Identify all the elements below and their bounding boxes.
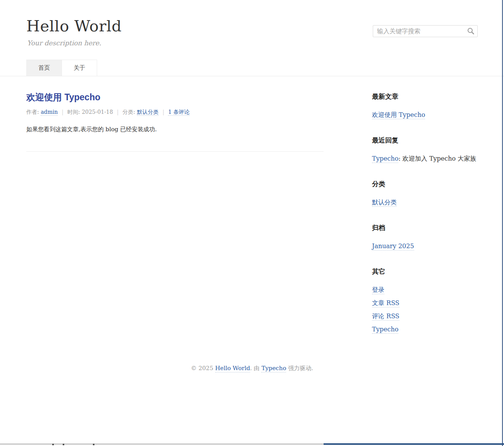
post-comments-link[interactable]: 1 条评论 bbox=[168, 109, 189, 116]
post-author-label: 作者: bbox=[26, 109, 41, 115]
widget-recent-comments: 最近回复 Typecho: 欢迎加入 Typecho 大家族 bbox=[372, 136, 478, 163]
list-item: January 2025 bbox=[372, 242, 478, 250]
post-title-link[interactable]: 欢迎使用 Typecho bbox=[26, 92, 100, 102]
typecho-link[interactable]: Typecho bbox=[372, 326, 398, 334]
widget-title: 最新文章 bbox=[372, 92, 478, 101]
site-header: Hello World Your description here. 首页 关于 bbox=[0, 0, 504, 76]
copyright-mid: . 由 bbox=[250, 365, 261, 372]
recent-comment-excerpt: : 欢迎加入 Typecho 大家族 bbox=[398, 155, 476, 162]
list-item: 默认分类 bbox=[372, 199, 478, 206]
post-category-link[interactable]: 默认分类 bbox=[137, 109, 159, 116]
list-item: Typecho: 欢迎加入 Typecho 大家族 bbox=[372, 155, 478, 163]
sidebar: 最新文章 欢迎使用 Typecho 最近回复 Typecho: 欢迎加入 Typ… bbox=[372, 76, 478, 350]
post-title: 欢迎使用 Typecho bbox=[26, 92, 324, 103]
nav-item-home[interactable]: 首页 bbox=[26, 60, 62, 76]
widget-title: 归档 bbox=[372, 223, 478, 232]
category-link[interactable]: 默认分类 bbox=[372, 199, 397, 207]
widget-recent-posts: 最新文章 欢迎使用 Typecho bbox=[372, 92, 478, 119]
site-title[interactable]: Hello World bbox=[26, 17, 122, 34]
list-item: Typecho bbox=[372, 326, 478, 333]
copyright: © 2025 Hello World. 由 Typecho 强力驱动. bbox=[0, 364, 504, 372]
site-footer: © 2025 Hello World. 由 Typecho 强力驱动. bbox=[0, 364, 504, 372]
meta-separator: | bbox=[163, 109, 165, 115]
search-form bbox=[373, 25, 478, 37]
copyright-suffix: 强力驱动. bbox=[286, 365, 313, 372]
widget-title: 其它 bbox=[372, 267, 478, 276]
window-edge bbox=[502, 0, 503, 446]
widget-title: 分类 bbox=[372, 180, 478, 189]
copyright-prefix: © 2025 bbox=[191, 365, 215, 372]
post-author-link[interactable]: admin bbox=[41, 109, 58, 116]
post-body: 如果您看到这篇文章,表示您的 blog 已经安装成功. bbox=[26, 125, 324, 134]
search-icon[interactable] bbox=[467, 27, 475, 35]
taskbar-top-edge bbox=[0, 444, 324, 444]
taskbar-icon-mark bbox=[52, 444, 54, 445]
site-branding: Hello World Your description here. bbox=[26, 17, 122, 47]
list-item: 欢迎使用 Typecho bbox=[372, 111, 478, 119]
widget-misc: 其它 登录 文章 RSS 评论 RSS Typecho bbox=[372, 267, 478, 333]
post-meta: 作者: admin|时间: 2025-01-18|分类: 默认分类|1 条评论 bbox=[26, 109, 324, 116]
search-input[interactable] bbox=[373, 25, 478, 37]
widget-title: 最近回复 bbox=[372, 136, 478, 145]
site-description: Your description here. bbox=[27, 39, 122, 47]
main-content: 欢迎使用 Typecho 作者: admin|时间: 2025-01-18|分类… bbox=[26, 76, 324, 152]
footer-site-link[interactable]: Hello World bbox=[215, 365, 250, 372]
list-item: 评论 RSS bbox=[372, 312, 478, 320]
taskbar-icon-mark bbox=[93, 444, 94, 445]
post-category-label: 分类: bbox=[123, 109, 137, 115]
site-nav: 首页 关于 bbox=[26, 60, 478, 76]
widget-archives: 归档 January 2025 bbox=[372, 223, 478, 250]
meta-separator: | bbox=[62, 109, 63, 115]
login-link[interactable]: 登录 bbox=[372, 286, 384, 294]
post-divider bbox=[26, 151, 324, 152]
post: 欢迎使用 Typecho 作者: admin|时间: 2025-01-18|分类… bbox=[26, 92, 324, 152]
footer-engine-link[interactable]: Typecho bbox=[261, 365, 286, 372]
nav-item-about[interactable]: 关于 bbox=[62, 60, 97, 76]
meta-separator: | bbox=[117, 109, 119, 115]
archive-link[interactable]: January 2025 bbox=[372, 242, 414, 250]
list-item: 登录 bbox=[372, 286, 478, 294]
list-item: 文章 RSS bbox=[372, 299, 478, 307]
taskbar-top-edge-blue bbox=[324, 443, 504, 445]
recent-post-link[interactable]: 欢迎使用 Typecho bbox=[372, 111, 425, 119]
taskbar-icon-mark bbox=[63, 444, 64, 445]
comments-rss-link[interactable]: 评论 RSS bbox=[372, 312, 399, 321]
post-date: 时间: 2025-01-18 bbox=[67, 109, 113, 115]
widget-categories: 分类 默认分类 bbox=[372, 180, 478, 206]
posts-rss-link[interactable]: 文章 RSS bbox=[372, 299, 399, 307]
recent-comment-author-link[interactable]: Typecho bbox=[372, 155, 398, 163]
